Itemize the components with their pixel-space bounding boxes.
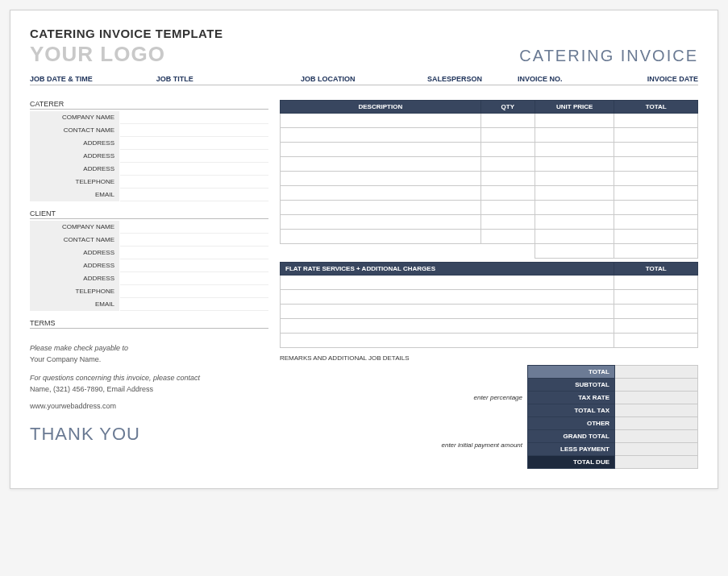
- summary-value-less-payment[interactable]: [615, 443, 698, 456]
- invoice-title: CATERING INVOICE: [519, 47, 698, 65]
- caterer-address1-label: ADDRESS: [30, 137, 120, 150]
- items-header-description: DESCRIPTION: [281, 101, 481, 114]
- summary-area: enter percentage enter initial payment a…: [280, 365, 698, 469]
- summary-value-other[interactable]: [615, 417, 698, 430]
- items-row[interactable]: [281, 143, 698, 157]
- hint-initial-payment: enter initial payment amount: [280, 441, 522, 449]
- summary-value-total[interactable]: [615, 366, 698, 379]
- flat-row[interactable]: [281, 305, 698, 319]
- summary-value-total-due[interactable]: [615, 456, 698, 469]
- caterer-section-label: CATERER: [30, 100, 268, 110]
- summary-label-total: TOTAL: [528, 366, 615, 379]
- summary-value-total-tax[interactable]: [615, 404, 698, 417]
- summary-label-subtotal: SUBTOTAL: [528, 379, 615, 392]
- client-telephone-value[interactable]: [120, 285, 268, 298]
- footer-contact-line: Name, (321) 456-7890, Email Address: [30, 384, 268, 396]
- items-header-unit-price: UNIT PRICE: [535, 101, 614, 114]
- footer-company-line: Your Company Name.: [30, 354, 268, 366]
- flat-rate-table: FLAT RATE SERVICES + ADDITIONAL CHARGES …: [280, 262, 698, 348]
- flat-header-row: FLAT RATE SERVICES + ADDITIONAL CHARGES …: [281, 263, 698, 276]
- summary-hints: enter percentage enter initial payment a…: [280, 365, 527, 469]
- meta-job-location: JOB LOCATION: [301, 75, 427, 83]
- summary-value-subtotal[interactable]: [615, 379, 698, 392]
- thank-you-text: THANK YOU: [30, 424, 268, 445]
- meta-header-row: JOB DATE & TIME JOB TITLE JOB LOCATION S…: [30, 75, 698, 85]
- client-section-label: CLIENT: [30, 209, 268, 219]
- flat-header-title: FLAT RATE SERVICES + ADDITIONAL CHARGES: [281, 263, 614, 276]
- client-address1-label: ADDRESS: [30, 247, 120, 259]
- flat-row[interactable]: [281, 334, 698, 348]
- caterer-address2-label: ADDRESS: [30, 150, 120, 163]
- summary-label-total-tax: TOTAL TAX: [528, 404, 615, 417]
- right-column: DESCRIPTION QTY UNIT PRICE TOTAL: [280, 100, 698, 469]
- flat-row[interactable]: [281, 276, 698, 290]
- footer-questions-line: For questions concerning this invoice, p…: [30, 373, 268, 384]
- summary-table: TOTAL SUBTOTAL TAX RATE TOTAL TAX OTHER …: [527, 365, 698, 469]
- items-row[interactable]: [281, 201, 698, 215]
- meta-invoice-date: INVOICE DATE: [608, 75, 698, 83]
- items-row[interactable]: [281, 215, 698, 230]
- summary-row-grand-total: GRAND TOTAL: [528, 430, 698, 443]
- client-company-value[interactable]: [120, 221, 268, 234]
- left-column: CATERER COMPANY NAME CONTACT NAME ADDRES…: [30, 100, 268, 469]
- footer-text-block: Please make check payable to Your Compan…: [30, 343, 268, 412]
- items-header-total: TOTAL: [614, 101, 698, 114]
- caterer-info-block: COMPANY NAME CONTACT NAME ADDRESS ADDRES…: [30, 111, 268, 201]
- meta-job-date-time: JOB DATE & TIME: [30, 75, 156, 83]
- logo-placeholder: YOUR LOGO: [30, 42, 165, 67]
- caterer-contact-value[interactable]: [120, 124, 268, 137]
- caterer-address3-label: ADDRESS: [30, 163, 120, 176]
- client-address3-label: ADDRESS: [30, 272, 120, 285]
- invoice-page: CATERING INVOICE TEMPLATE YOUR LOGO CATE…: [10, 10, 718, 489]
- summary-row-less-payment: LESS PAYMENT: [528, 443, 698, 456]
- summary-label-less-payment: LESS PAYMENT: [528, 443, 615, 456]
- summary-row-total: TOTAL: [528, 366, 698, 379]
- meta-invoice-no: INVOICE NO.: [518, 75, 608, 83]
- caterer-address1-value[interactable]: [120, 137, 268, 150]
- flat-row[interactable]: [281, 319, 698, 334]
- items-subtotal-value: [614, 244, 698, 259]
- caterer-telephone-value[interactable]: [120, 176, 268, 189]
- flat-header-total: TOTAL: [614, 263, 698, 276]
- items-row[interactable]: [281, 172, 698, 186]
- client-info-block: COMPANY NAME CONTACT NAME ADDRESS ADDRES…: [30, 221, 268, 311]
- items-subtotal-row: TOTAL: [281, 244, 698, 259]
- client-telephone-label: TELEPHONE: [30, 285, 120, 298]
- summary-row-total-tax: TOTAL TAX: [528, 404, 698, 417]
- client-address2-value[interactable]: [120, 259, 268, 272]
- items-subtotal-label: TOTAL: [535, 244, 614, 259]
- client-contact-value[interactable]: [120, 234, 268, 247]
- summary-label-tax-rate: TAX RATE: [528, 392, 615, 404]
- summary-label-other: OTHER: [528, 417, 615, 430]
- terms-section-label: TERMS: [30, 319, 268, 329]
- items-header-row: DESCRIPTION QTY UNIT PRICE TOTAL: [281, 101, 698, 114]
- client-address1-value[interactable]: [120, 247, 268, 259]
- client-email-value[interactable]: [120, 298, 268, 311]
- caterer-company-value[interactable]: [120, 111, 268, 124]
- items-row[interactable]: [281, 128, 698, 143]
- flat-row[interactable]: [281, 290, 698, 305]
- items-row[interactable]: [281, 157, 698, 172]
- summary-row-total-due: TOTAL DUE: [528, 456, 698, 469]
- client-address3-value[interactable]: [120, 272, 268, 285]
- content-area: CATERER COMPANY NAME CONTACT NAME ADDRES…: [30, 100, 698, 469]
- client-contact-label: CONTACT NAME: [30, 234, 120, 247]
- caterer-company-label: COMPANY NAME: [30, 111, 120, 124]
- summary-label-total-due: TOTAL DUE: [528, 456, 615, 469]
- caterer-email-value[interactable]: [120, 189, 268, 201]
- client-email-label: EMAIL: [30, 298, 120, 311]
- items-row[interactable]: [281, 186, 698, 201]
- summary-value-tax-rate[interactable]: [615, 392, 698, 404]
- caterer-address2-value[interactable]: [120, 150, 268, 163]
- caterer-telephone-label: TELEPHONE: [30, 176, 120, 189]
- client-company-label: COMPANY NAME: [30, 221, 120, 234]
- template-title: CATERING INVOICE TEMPLATE: [30, 27, 698, 40]
- items-row[interactable]: [281, 230, 698, 244]
- caterer-address3-value[interactable]: [120, 163, 268, 176]
- summary-value-grand-total[interactable]: [615, 430, 698, 443]
- items-row[interactable]: [281, 114, 698, 128]
- caterer-email-label: EMAIL: [30, 189, 120, 201]
- meta-job-title: JOB TITLE: [156, 75, 301, 83]
- header-row: YOUR LOGO CATERING INVOICE: [30, 42, 698, 67]
- meta-salesperson: SALESPERSON: [427, 75, 518, 83]
